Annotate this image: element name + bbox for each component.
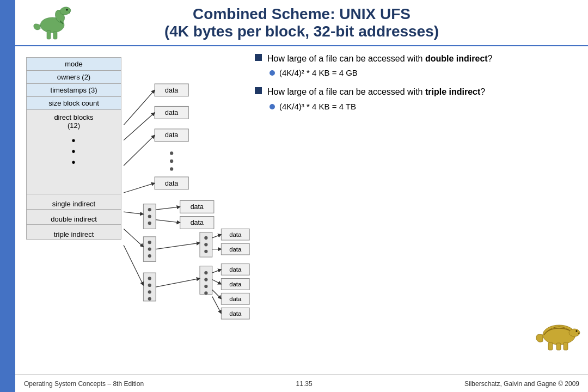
svg-line-60	[156, 278, 200, 287]
svg-point-13	[170, 151, 173, 155]
svg-text:data: data	[229, 246, 242, 253]
sub-text-2: (4K/4)³ * 4 KB = 4 TB	[279, 102, 356, 111]
inode-row-single: single indirect	[26, 194, 121, 209]
svg-point-36	[148, 254, 151, 258]
svg-line-71	[212, 290, 222, 299]
header-title: Combined Scheme: UNIX UFS (4K bytes per …	[164, 5, 439, 40]
svg-rect-22	[143, 204, 156, 229]
svg-point-14	[170, 160, 173, 163]
footer-left: Operating System Concepts – 8th Edition	[24, 380, 144, 388]
footer-right: Silberschatz, Galvin and Gagne © 2009	[464, 380, 579, 388]
svg-point-40	[204, 243, 207, 246]
svg-point-56	[204, 271, 207, 274]
svg-line-69	[212, 270, 222, 273]
sidebar-strip	[0, 0, 15, 392]
inode-row-timestamps: timestamps (3)	[26, 83, 121, 96]
svg-line-47	[212, 235, 222, 238]
svg-rect-38	[200, 232, 212, 258]
inode-row-size: size block count	[26, 96, 121, 109]
svg-point-41	[204, 250, 207, 253]
svg-point-34	[148, 241, 151, 244]
inode-row-owners: owners (2)	[26, 70, 121, 83]
svg-point-24	[148, 215, 151, 218]
svg-text:data: data	[229, 231, 242, 238]
svg-text:data: data	[229, 281, 242, 287]
bullet-square-1	[255, 54, 262, 61]
svg-line-42	[156, 243, 200, 249]
svg-point-59	[204, 291, 207, 295]
bullet-square-2	[255, 87, 262, 94]
svg-text:data: data	[191, 219, 204, 226]
svg-point-74	[569, 329, 580, 336]
inode-row-mode: mode	[26, 57, 121, 70]
inode-row-double: double indirect	[26, 209, 121, 224]
svg-line-21	[124, 183, 155, 193]
sub-dot-2	[270, 104, 275, 109]
svg-line-54	[124, 245, 143, 285]
bullet-text-1: How large of a file can be accessed with…	[267, 53, 493, 65]
svg-point-6	[66, 9, 68, 11]
svg-line-30	[124, 212, 143, 214]
sub-bullet-1: (4K/4)² * 4 KB = 4 GB	[270, 68, 493, 77]
header: Combined Scheme: UNIX UFS (4K bytes per …	[15, 0, 588, 46]
svg-line-32	[156, 220, 180, 223]
bullet-text-2: How large of a file can be accessed with…	[267, 86, 485, 98]
svg-point-53	[148, 297, 151, 301]
svg-point-58	[204, 285, 207, 288]
svg-rect-49	[143, 273, 156, 301]
svg-rect-28	[180, 217, 214, 229]
svg-rect-78	[556, 343, 561, 350]
diagram-area: mode owners (2) timestamps (3) size bloc…	[15, 47, 244, 375]
dino-top-icon	[32, 4, 75, 41]
svg-point-51	[148, 284, 151, 287]
footer-center: 11.35	[296, 380, 313, 388]
svg-point-39	[204, 236, 207, 240]
sub-dot-1	[270, 70, 275, 76]
svg-rect-55	[200, 266, 212, 295]
svg-text:data: data	[165, 109, 178, 117]
svg-point-76	[578, 333, 579, 334]
svg-point-35	[148, 247, 151, 250]
svg-line-19	[124, 113, 155, 140]
bullet-item-2: How large of a file can be accessed with…	[255, 86, 577, 111]
sub-text-1: (4K/4)² * 4 KB = 4 GB	[279, 68, 358, 77]
svg-text:data: data	[229, 310, 242, 317]
svg-line-37	[124, 229, 143, 247]
sub-bullet-2: (4K/4)³ * 4 KB = 4 TB	[270, 102, 485, 111]
main-content: mode owners (2) timestamps (3) size bloc…	[15, 47, 588, 375]
svg-point-25	[148, 222, 151, 225]
svg-rect-79	[564, 342, 568, 350]
svg-point-57	[204, 278, 207, 281]
svg-text:data: data	[165, 87, 178, 94]
svg-point-15	[170, 167, 173, 170]
svg-rect-77	[548, 342, 553, 350]
svg-rect-7	[155, 84, 188, 96]
svg-point-52	[148, 290, 151, 293]
svg-rect-11	[155, 129, 188, 142]
svg-text:data: data	[229, 266, 242, 273]
text-area: How large of a file can be accessed with…	[244, 47, 588, 375]
svg-point-50	[148, 277, 151, 280]
svg-line-72	[212, 297, 222, 314]
inode-row-triple: triple indirect	[26, 224, 121, 240]
svg-rect-33	[143, 237, 156, 262]
bullet-item-1: How large of a file can be accessed with…	[255, 53, 577, 77]
svg-text:data: data	[229, 296, 242, 302]
footer: Operating System Concepts – 8th Edition …	[15, 375, 588, 392]
svg-line-70	[212, 280, 222, 284]
svg-rect-4	[53, 32, 57, 39]
svg-line-31	[156, 207, 180, 210]
svg-text:data: data	[165, 131, 178, 139]
svg-rect-3	[47, 30, 51, 39]
dino-bottom-icon	[532, 312, 584, 355]
svg-rect-16	[155, 177, 188, 189]
inode-row-direct: direct blocks (12) •••	[26, 109, 121, 194]
svg-rect-9	[155, 106, 188, 119]
svg-text:data: data	[165, 180, 178, 187]
svg-line-18	[124, 90, 155, 125]
svg-text:data: data	[191, 203, 204, 211]
svg-rect-26	[180, 200, 214, 213]
inode-table: mode owners (2) timestamps (3) size bloc…	[26, 57, 121, 240]
svg-point-23	[148, 208, 151, 211]
svg-line-20	[124, 135, 155, 166]
